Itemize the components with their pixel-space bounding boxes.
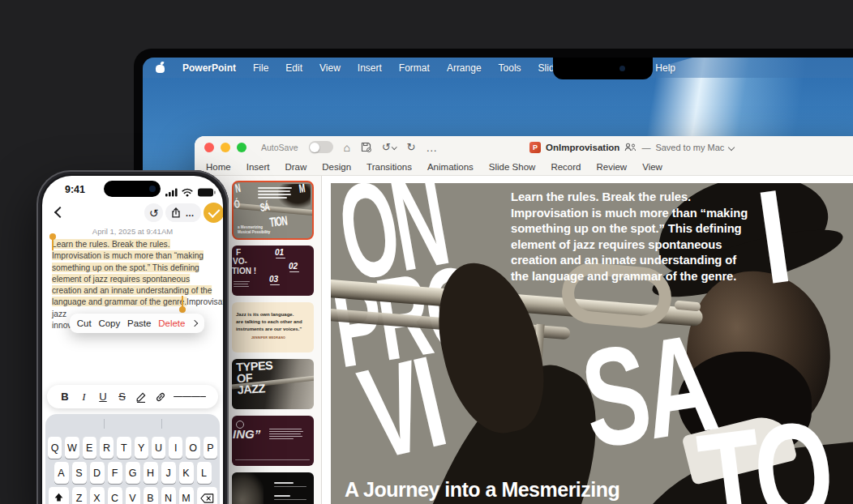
cut-button[interactable]: Cut — [77, 318, 92, 328]
keyboard: QWERTYUIOP ASDFGHJKL ZXCVBNM — [45, 414, 220, 504]
thumbnail-slide-5[interactable]: ING” — [232, 416, 314, 466]
ribbon-tab[interactable]: View — [642, 162, 662, 172]
key[interactable]: C — [108, 487, 122, 504]
key[interactable]: T — [117, 437, 131, 459]
menu-item[interactable]: Help — [655, 62, 675, 74]
zoom-button[interactable] — [237, 143, 246, 152]
strikethrough-button[interactable]: S — [117, 391, 128, 403]
ribbon-tab[interactable]: Transitions — [366, 162, 412, 172]
ribbon-tab[interactable]: Animations — [427, 162, 474, 172]
thumbnail-slide-6[interactable] — [232, 472, 314, 504]
ribbon-tab[interactable]: Slide Show — [489, 162, 536, 172]
minimize-button[interactable] — [221, 143, 230, 152]
key[interactable]: H — [144, 462, 158, 484]
share-more-pill[interactable]: … — [165, 203, 201, 222]
menu-item[interactable]: Format — [399, 62, 430, 74]
key[interactable]: R — [100, 437, 114, 459]
share-people-icon[interactable] — [624, 140, 637, 155]
menu-item[interactable]: PowerPoint — [182, 62, 236, 74]
apple-menu-icon[interactable] — [156, 62, 165, 74]
undo-button[interactable]: ↺ — [144, 203, 163, 222]
macbook-display: PowerPointFileEditViewInsertFormatArrang… — [134, 49, 853, 504]
thumb3-attribution: JENNIFER MEDRANO — [251, 336, 285, 340]
backspace-key[interactable] — [197, 487, 217, 504]
menu-more-chevron-icon[interactable] — [191, 320, 198, 327]
close-button[interactable] — [204, 143, 214, 152]
slide-letter-tion: TO — [694, 414, 834, 504]
key[interactable]: K — [179, 462, 194, 484]
thumb2-number: 02 — [289, 263, 298, 270]
key[interactable]: M — [179, 487, 194, 504]
key[interactable]: X — [90, 487, 105, 504]
predictive-bar[interactable] — [45, 414, 220, 434]
undo-icon[interactable]: ↺ — [382, 142, 396, 152]
thumbnail-slide-1[interactable]: N M Ó SÁ TION a Mesmerizing Musical Poss… — [232, 181, 314, 240]
copy-button[interactable]: Copy — [98, 318, 120, 328]
key[interactable]: D — [90, 462, 105, 484]
delete-button[interactable]: Delete — [158, 318, 185, 328]
key[interactable]: S — [72, 462, 87, 484]
bold-button[interactable]: B — [59, 391, 71, 403]
key[interactable]: O — [186, 437, 199, 459]
key[interactable]: J — [161, 462, 176, 484]
ribbon-tab[interactable]: Insert — [246, 162, 270, 172]
paste-button[interactable]: Paste — [127, 318, 151, 328]
keyboard-row-1: QWERTYUIOP — [45, 437, 220, 459]
autosave-toggle[interactable] — [309, 141, 333, 153]
key[interactable]: N — [161, 487, 176, 504]
align-icon[interactable] — [174, 395, 206, 399]
ribbon-tab[interactable]: Draw — [285, 162, 306, 172]
ribbon-tab[interactable]: Record — [551, 162, 581, 172]
thumbnail-slide-4[interactable]: TYPES OF JAZZ — [232, 359, 314, 409]
save-icon[interactable] — [361, 142, 371, 152]
key[interactable]: E — [83, 437, 96, 459]
ribbon-tab[interactable]: Home — [206, 162, 231, 172]
menu-item[interactable]: Tools — [499, 62, 521, 74]
key[interactable]: Q — [48, 437, 62, 459]
menu-item[interactable]: Arrange — [447, 62, 482, 74]
thumb2-number: 01 — [275, 250, 284, 256]
thumbnail-slide-2[interactable]: F VO- TION ! 01 02 03 — [232, 246, 314, 296]
key[interactable]: I — [169, 437, 182, 459]
italic-button[interactable]: I — [79, 391, 90, 404]
key[interactable]: V — [126, 487, 140, 504]
selection-start-bar[interactable] — [52, 239, 54, 250]
ribbon-tab[interactable]: Review — [596, 162, 627, 172]
saved-status: Saved to my Mac — [655, 143, 724, 152]
ribbon-tab[interactable]: Design — [322, 162, 351, 172]
window-titlebar: AutoSave ⌂ ↺ ↻ … P OnImprovisation — [195, 136, 853, 158]
selection-end-bar[interactable] — [182, 296, 183, 307]
menu-item[interactable]: Insert — [358, 62, 382, 74]
more-toolbar-icon[interactable]: … — [426, 142, 438, 153]
thumb1-letter: N — [234, 183, 241, 194]
key[interactable]: B — [144, 487, 158, 504]
selection-end-handle[interactable] — [179, 306, 186, 313]
home-icon[interactable]: ⌂ — [344, 142, 350, 153]
slide-canvas[interactable]: ON I PRO VI SA TO — [331, 183, 853, 504]
key[interactable]: A — [54, 462, 69, 484]
thumb2-fragment: VO- — [233, 258, 247, 265]
menu-item[interactable]: File — [253, 62, 268, 74]
menu-item[interactable]: Edit — [285, 62, 302, 74]
menu-item[interactable]: View — [319, 62, 341, 74]
key[interactable]: W — [65, 437, 79, 459]
shift-key[interactable] — [49, 487, 69, 504]
saved-status-chevron-icon[interactable] — [728, 143, 735, 150]
redo-icon[interactable]: ↻ — [406, 142, 415, 152]
status-time: 9:41 — [65, 184, 85, 195]
thumb2-number: 03 — [269, 276, 278, 283]
share-icon — [172, 207, 180, 218]
done-check-button[interactable] — [204, 203, 223, 223]
back-chevron-icon[interactable] — [54, 207, 66, 218]
key[interactable]: Y — [135, 437, 148, 459]
key[interactable]: U — [152, 437, 165, 459]
key[interactable]: P — [204, 437, 217, 459]
underline-button[interactable]: U — [97, 391, 109, 403]
thumbnail-slide-3[interactable]: Jazz is its own language. are talking to… — [232, 302, 314, 352]
key[interactable]: F — [108, 462, 122, 484]
key[interactable]: Z — [72, 487, 87, 504]
highlighter-icon[interactable] — [135, 391, 147, 403]
key[interactable]: L — [197, 462, 212, 484]
key[interactable]: G — [126, 462, 140, 484]
link-icon[interactable] — [155, 391, 166, 403]
